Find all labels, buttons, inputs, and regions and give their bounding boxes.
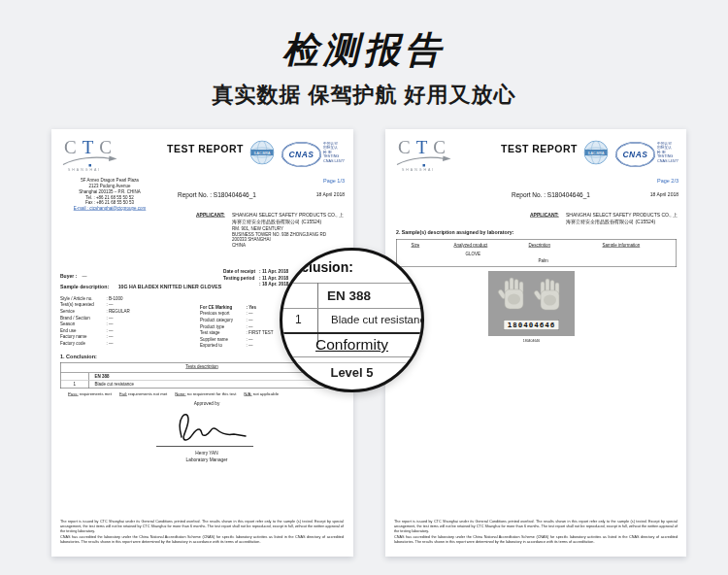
lab-email: E-mail : ctcshanghai@ctcgroupe.com — [53, 206, 166, 212]
report-footer: The report is issued by CTC Shanghai und… — [394, 519, 678, 546]
conclusion-table-result-row: 1 Blade cut resistance Level 5 — [61, 381, 344, 389]
ilac-mra-logo: ILAC-MRA ILAC-MRA — [249, 140, 275, 165]
sample-table-header: Description — [529, 243, 551, 248]
sample-photo-caption: 180404646 — [488, 339, 575, 343]
report-dates: Date of receipt: 11 Apr. 2018Testing per… — [223, 268, 288, 288]
field-row: End use: — — [60, 327, 130, 334]
report-number: Report No. : S180404646_1 — [512, 191, 590, 199]
ctc-logo-city: SHANGHAI — [402, 168, 435, 172]
cnas-logo: CNAS — [615, 142, 655, 167]
sample-table-header: Analyzed product — [454, 243, 488, 248]
ctc-arrow-icon — [61, 154, 119, 167]
footer-paragraph: CNAS has accredited the laboratory under… — [60, 535, 344, 545]
buyer-line: Buyer : — — [60, 273, 87, 279]
field-row: Supplier name: — — [200, 336, 274, 343]
result-legend: Pass: requirements metFail: requirements… — [68, 391, 286, 396]
sample-table-header: Size — [412, 243, 420, 248]
applicant-name-line: 海赛立特安全用品股份有限公司 (C15524) — [566, 219, 680, 225]
cnas-logo: CNAS — [281, 142, 321, 167]
report-number: Report No. : S180404646_1 — [178, 191, 256, 199]
sample-table-header: Sample information — [603, 243, 641, 248]
field-row: Exported to: — — [200, 343, 274, 350]
accreditation-text: 中国认可国际互认检 测TESTINGCNAS L4577 — [323, 141, 345, 163]
magnified-table-line — [282, 362, 421, 363]
magnified-result: Conformity — [282, 336, 421, 354]
magnified-table-line — [282, 308, 421, 309]
svg-text:ILAC-MRA: ILAC-MRA — [588, 152, 605, 155]
field-row: Previous report: — — [200, 311, 274, 318]
approved-by-label: Approved by — [149, 400, 265, 406]
cnas-logo-text: CNAS — [288, 150, 314, 159]
ilac-mra-logo: ILAC-MRA ILAC-MRA — [583, 140, 609, 165]
signature-rule — [156, 446, 253, 447]
sample-section-heading: 2. Sample(s) description assigned by lab… — [396, 229, 513, 235]
signature — [162, 407, 251, 444]
test-report-page-2: CTC SHANGHAI TEST REPORT ILAC-MRA ILAC-M… — [385, 129, 686, 557]
legend-item: Fail: requirements not met — [119, 391, 167, 396]
legend-item: N/A: not applicable — [244, 391, 279, 396]
gloves-image — [488, 271, 575, 320]
section-subtitle: 真实数据 保驾护航 好用又放心 — [0, 81, 728, 110]
page-number: Page 2/3 — [628, 178, 678, 184]
analyzed-product-value: GLOVE — [466, 252, 481, 256]
magnified-table-line — [282, 283, 421, 284]
ctc-logo-city: SHANGHAI — [68, 168, 101, 172]
field-row: Factory code: — — [60, 340, 130, 347]
sample-fields-left: Style / Article no.: B-1000Test(s) reque… — [60, 295, 130, 347]
field-row: Product type: — — [200, 323, 274, 330]
sample-fields-right: For CE Marking: YesPrevious report: —Pro… — [200, 304, 274, 349]
magnified-standard: EN 388 — [327, 288, 371, 303]
accreditation-text: 中国认可国际互认检 测TESTINGCNAS L4577 — [657, 141, 678, 163]
magnified-test-description: Blade cut resistance — [331, 314, 424, 325]
sample-table: SizeAnalyzed productDescriptionSample in… — [396, 239, 677, 267]
applicant-label: APPLICANT: — [530, 212, 559, 218]
page-number: Page 1/3 — [294, 178, 345, 184]
description-value: Palm — [539, 258, 548, 263]
sample-description-line: Sample description: 10G HA BLADEX KNITTE… — [60, 284, 221, 289]
legend-item: Pass: requirements met — [68, 391, 112, 396]
sample-photo: 180404646 — [488, 271, 575, 336]
accreditation-line: CNAS L4577 — [323, 158, 345, 163]
magnifier-circle: Conclusion: EN 388 1 Blade cut resistanc… — [280, 248, 424, 392]
field-row: Test(s) requested: — — [60, 302, 130, 309]
conclusion-table-standard-row: EN 388 — [61, 373, 344, 381]
footer-paragraph: CNAS has accredited the laboratory under… — [394, 535, 678, 545]
report-date: 18 April 2018 — [620, 192, 678, 198]
signer-title: Laboratory Manager — [149, 457, 265, 462]
svg-text:ILAC-MRA: ILAC-MRA — [254, 152, 271, 155]
applicant-name: SHANGHAI SELECT SAFETY PRODUCTS CO., 上海赛… — [232, 212, 347, 224]
accreditation-line: CNAS L4577 — [657, 158, 678, 163]
applicant-name-line: 海赛立特安全用品股份有限公司 (C15524) — [232, 219, 347, 225]
signer-name: Henry YAN — [149, 450, 265, 456]
report-date-line: : 18 Apr. 2018 — [223, 281, 288, 288]
report-footer: The report is issued by CTC Shanghai und… — [60, 519, 344, 546]
conclusion-heading: 1. Conclusion: — [60, 354, 97, 359]
cnas-logo-text: CNAS — [622, 150, 647, 159]
applicant-address-line: CHINA — [232, 243, 347, 249]
footer-paragraph: The report is issued by CTC Shanghai und… — [60, 519, 344, 533]
ctc-arrow-icon — [395, 154, 453, 167]
doc-title: TEST REPORT — [167, 143, 244, 154]
applicant-label: APPLICANT: — [196, 212, 225, 218]
field-row: Brand / Section: — — [60, 315, 130, 321]
report-date: 18 April 2018 — [286, 192, 345, 198]
doc-title: TEST REPORT — [501, 143, 578, 154]
section-title: 检测报告 — [0, 26, 728, 75]
sample-photo-label: 180404646 — [504, 320, 560, 330]
magnified-row-number: 1 — [295, 313, 302, 326]
footer-paragraph: The report is issued by CTC Shanghai und… — [394, 519, 678, 533]
applicant-name: SHANGHAI SELECT SAFETY PRODUCTS CO., 上海赛… — [566, 212, 680, 224]
legend-item: None: no requirement for this test — [175, 391, 236, 396]
applicant-address: RM. 901, NEW CENTURYBUSINESS TOWER NO. 9… — [232, 226, 347, 248]
lab-address: 5F Annex Dragon Pearl Plaza2123 Pudong A… — [53, 178, 166, 212]
magnified-table-line — [282, 356, 421, 357]
promo-section: 检测报告 真实数据 保驾护航 好用又放心 CTC SHANGHAI 5F Ann… — [0, 0, 728, 575]
magnified-table-line — [282, 332, 421, 334]
